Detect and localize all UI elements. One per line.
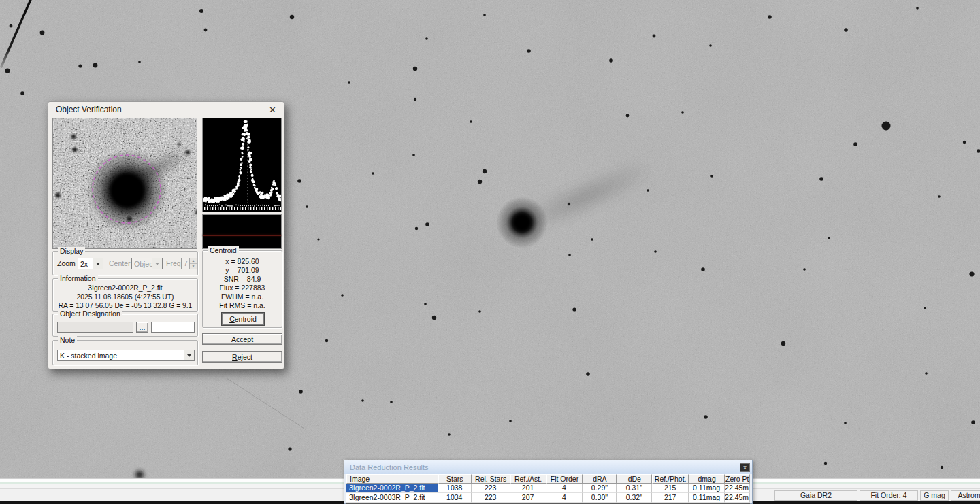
- column-header[interactable]: Zero Pt.: [725, 474, 750, 484]
- table-cell[interactable]: 0.32": [617, 493, 652, 503]
- object-verification-dialog: Object Verification ✕: [48, 101, 284, 369]
- note-legend: Note: [58, 336, 77, 344]
- column-header[interactable]: dDe: [617, 474, 652, 484]
- center-select: Object: [131, 258, 163, 269]
- table-cell[interactable]: 0.11mag: [689, 493, 725, 503]
- table-cell[interactable]: 1038: [438, 484, 472, 493]
- table-cell[interactable]: 223: [472, 493, 510, 503]
- column-header[interactable]: dmag: [689, 474, 725, 484]
- column-header[interactable]: Fit Order: [546, 474, 583, 484]
- information-group: Information 3Igreen2-0002R_P_2.fit 2025 …: [52, 278, 198, 312]
- data-reduction-results-window: Data Reduction Results x ImageStarsRel. …: [344, 460, 753, 504]
- centroid-button[interactable]: Centroid: [222, 313, 264, 325]
- column-header[interactable]: Ref./Phot.: [652, 474, 689, 484]
- accept-button[interactable]: Accept: [202, 333, 282, 345]
- zoom-label: Zoom: [57, 258, 76, 269]
- centroid-group: Centroid x = 825.60 y = 701.09 SNR = 84.…: [202, 250, 282, 328]
- spin-down-icon: ▼: [190, 264, 197, 269]
- designation-field[interactable]: [57, 322, 133, 333]
- results-table-body: 3Igreen2-0002R_P_2.fit103822320140.29"0.…: [346, 484, 750, 504]
- centroid-snr-value: SNR = 84.9: [203, 275, 282, 284]
- chevron-down-icon[interactable]: [93, 258, 103, 269]
- table-cell[interactable]: 0.31": [617, 484, 652, 493]
- status-panel: Fit Order: 4: [860, 490, 918, 501]
- spin-up-icon: ▲: [190, 258, 197, 264]
- table-cell[interactable]: 201: [510, 484, 546, 493]
- centroid-legend: Centroid: [208, 246, 239, 254]
- image-filename: 3Igreen2-0002R_P_2.fit: [53, 284, 197, 292]
- table-cell[interactable]: 0.30": [583, 493, 617, 503]
- centroid-fitrms-value: Fit RMS = n.a.: [203, 301, 282, 310]
- column-header[interactable]: Ref./Ast.: [510, 474, 546, 484]
- table-cell[interactable]: 4: [546, 484, 583, 493]
- information-legend: Information: [58, 274, 98, 282]
- status-panel: G mag: [920, 490, 949, 501]
- chevron-down-icon: [152, 258, 162, 269]
- table-cell[interactable]: 207: [510, 493, 546, 503]
- close-icon[interactable]: x: [740, 463, 750, 472]
- psf-profile-plot: [202, 118, 282, 212]
- dialog-title: Object Verification: [56, 105, 122, 114]
- designation-secondary-field[interactable]: [151, 322, 195, 333]
- close-icon[interactable]: ✕: [269, 105, 276, 114]
- centroid-flux-value: Flux = 227883: [203, 284, 282, 292]
- freq-label: Freq: [166, 258, 181, 269]
- column-header[interactable]: Stars: [438, 474, 472, 484]
- table-cell[interactable]: 4: [546, 493, 583, 503]
- table-cell[interactable]: 215: [652, 484, 689, 493]
- table-cell[interactable]: 22.45mag: [725, 493, 750, 503]
- browse-button[interactable]: ...: [136, 322, 148, 333]
- note-select[interactable]: K - stacked image: [57, 350, 195, 361]
- column-header[interactable]: dRA: [583, 474, 617, 484]
- zoom-select[interactable]: 2x: [78, 258, 103, 269]
- status-panel: Astrome: [951, 490, 980, 501]
- residual-line: [203, 235, 281, 236]
- table-cell[interactable]: 223: [472, 484, 510, 493]
- table-row[interactable]: 3Igreen2-0002R_P_2.fit103822320140.29"0.…: [346, 484, 750, 493]
- center-label: Center: [109, 258, 131, 269]
- application-window: Gaia DR2Fit Order: 4G magAstrome Data Re…: [0, 0, 980, 504]
- table-cell[interactable]: 1034: [438, 493, 472, 503]
- column-header[interactable]: Rel. Stars: [472, 474, 510, 484]
- table-cell[interactable]: 217: [652, 493, 689, 503]
- object-designation-legend: Object Designation: [58, 309, 122, 318]
- results-table-header: ImageStarsRel. StarsRef./Ast.Fit OrderdR…: [346, 474, 750, 484]
- note-group: Note K - stacked image: [52, 340, 198, 365]
- table-row[interactable]: 3Igreen2-0003R_P_2.fit103422320740.30"0.…: [346, 493, 750, 503]
- chevron-down-icon[interactable]: [184, 350, 194, 360]
- status-panel: Gaia DR2: [774, 490, 858, 501]
- table-cell[interactable]: 3Igreen2-0002R_P_2.fit: [346, 484, 438, 493]
- table-cell[interactable]: 3Igreen2-0003R_P_2.fit: [346, 493, 438, 503]
- object-designation-group: Object Designation ...: [52, 314, 198, 337]
- display-group: Display Zoom 2x Center Object Freq 7 ▲▼: [52, 251, 198, 275]
- dialog-titlebar[interactable]: Object Verification ✕: [48, 102, 284, 117]
- reject-button[interactable]: Reject: [202, 351, 282, 363]
- results-window-titlebar[interactable]: Data Reduction Results x: [344, 460, 752, 474]
- centroid-x-value: x = 825.60: [203, 257, 282, 266]
- centroid-y-value: y = 701.09: [203, 266, 282, 275]
- object-image-preview: [52, 118, 197, 249]
- column-header[interactable]: Image: [346, 474, 438, 484]
- table-cell[interactable]: 22.45mag: [725, 484, 750, 493]
- table-cell[interactable]: 0.29": [583, 484, 617, 493]
- table-cell[interactable]: 0.11mag: [689, 484, 725, 493]
- centroid-fwhm-value: FWHM = n.a.: [203, 292, 282, 301]
- display-legend: Display: [58, 247, 85, 255]
- freq-stepper: 7 ▲▼: [181, 258, 197, 269]
- results-window-title: Data Reduction Results: [350, 463, 429, 471]
- observation-datetime: 2025 11 08.18605 (4:27:55 UT): [53, 292, 197, 301]
- residual-panel: [202, 214, 282, 249]
